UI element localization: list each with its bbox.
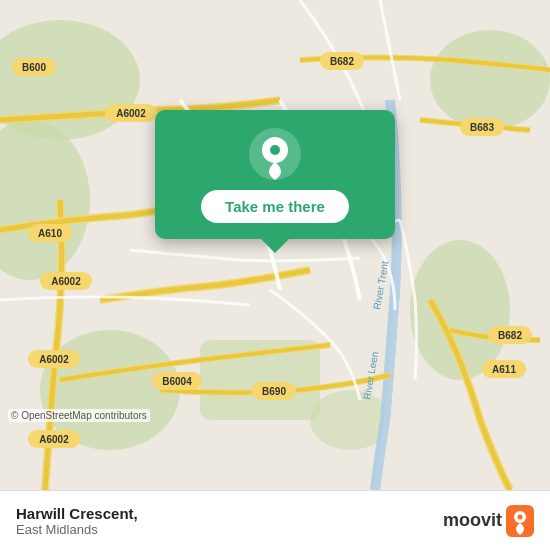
svg-text:B6004: B6004 <box>162 376 192 387</box>
location-info: Harwill Crescent, East Midlands <box>16 505 138 537</box>
svg-text:A6002: A6002 <box>116 108 146 119</box>
svg-point-39 <box>518 514 523 519</box>
moovit-brand-icon <box>506 505 534 537</box>
svg-text:B600: B600 <box>22 62 46 73</box>
svg-point-4 <box>430 30 550 130</box>
take-me-there-button[interactable]: Take me there <box>201 190 349 223</box>
moovit-logo: moovit <box>443 505 534 537</box>
svg-text:B682: B682 <box>498 330 522 341</box>
svg-text:A6002: A6002 <box>51 276 81 287</box>
svg-text:B683: B683 <box>470 122 494 133</box>
copyright-text: © OpenStreetMap contributors <box>8 409 150 422</box>
bottom-bar: Harwill Crescent, East Midlands moovit <box>0 490 550 550</box>
popup-card: Take me there <box>155 110 395 239</box>
svg-point-36 <box>270 145 280 155</box>
location-name: Harwill Crescent, <box>16 505 138 522</box>
map-pin-icon <box>249 128 301 180</box>
location-region: East Midlands <box>16 522 138 537</box>
svg-text:B690: B690 <box>262 386 286 397</box>
svg-text:A6002: A6002 <box>39 354 69 365</box>
svg-text:B682: B682 <box>330 56 354 67</box>
map-container: A6002 A6002 A6002 A6002 A610 A611 B600 B… <box>0 0 550 490</box>
svg-text:A610: A610 <box>38 228 62 239</box>
svg-text:A6002: A6002 <box>39 434 69 445</box>
svg-text:A611: A611 <box>492 364 516 375</box>
moovit-text: moovit <box>443 510 502 531</box>
